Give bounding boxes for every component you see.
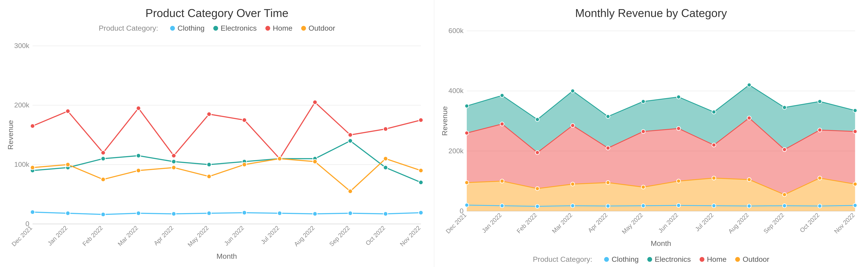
right-legend-prefix: Product Category: [533, 255, 592, 264]
svg-text:Apr 2022: Apr 2022 [153, 224, 175, 246]
svg-text:Feb 2022: Feb 2022 [516, 212, 538, 235]
svg-point-110 [606, 146, 610, 150]
left-legend-electronics-label: Electronics [221, 24, 257, 32]
svg-point-65 [242, 162, 247, 167]
outdoor-dot-right [735, 257, 740, 262]
svg-point-69 [383, 157, 388, 161]
svg-point-34 [419, 211, 423, 215]
svg-point-38 [136, 154, 141, 158]
svg-point-28 [207, 211, 211, 215]
svg-point-121 [571, 89, 575, 93]
svg-text:Aug 2022: Aug 2022 [293, 224, 316, 248]
left-legend-clothing: Clothing [170, 24, 205, 32]
svg-point-56 [348, 133, 352, 137]
svg-point-70 [419, 168, 423, 172]
svg-text:May 2022: May 2022 [186, 224, 210, 248]
svg-text:300k: 300k [14, 42, 30, 50]
left-chart-panel: Product Category Over Time Product Categ… [0, 0, 434, 267]
left-legend-outdoor-label: Outdoor [309, 24, 335, 32]
svg-point-115 [782, 148, 786, 152]
svg-point-118 [465, 104, 469, 108]
right-legend-outdoor-label: Outdoor [743, 255, 769, 264]
svg-text:Jun 2022: Jun 2022 [223, 224, 245, 247]
svg-point-53 [242, 118, 247, 122]
svg-text:Dec 2021: Dec 2021 [444, 212, 468, 235]
svg-point-96 [535, 187, 539, 190]
svg-point-55 [313, 100, 317, 104]
left-legend-home: Home [266, 24, 292, 32]
svg-point-127 [782, 105, 786, 109]
svg-point-24 [66, 211, 70, 215]
svg-point-124 [677, 95, 681, 99]
left-chart-svg-area: 0100k200k300kDec 2021Jan 2022Feb 2022Mar… [4, 39, 430, 264]
svg-point-101 [712, 176, 716, 180]
svg-point-100 [677, 179, 681, 183]
svg-text:200k: 200k [448, 147, 464, 155]
svg-point-140 [818, 204, 822, 208]
svg-point-107 [500, 122, 504, 126]
svg-text:Revenue: Revenue [6, 120, 14, 150]
svg-point-135 [641, 204, 645, 208]
svg-text:Nov 2022: Nov 2022 [399, 224, 422, 248]
svg-point-126 [747, 83, 751, 87]
svg-point-57 [383, 127, 388, 131]
svg-text:Oct 2022: Oct 2022 [798, 212, 820, 234]
left-line-chart: 0100k200k300kDec 2021Jan 2022Feb 2022Mar… [4, 39, 430, 264]
svg-point-102 [747, 178, 751, 182]
svg-text:600k: 600k [448, 27, 464, 34]
svg-point-60 [66, 162, 70, 167]
left-chart-legend: Product Category: Clothing Electronics H… [99, 24, 335, 32]
svg-text:Apr 2022: Apr 2022 [587, 212, 609, 234]
clothing-dot-left [170, 26, 175, 31]
svg-point-104 [818, 176, 822, 180]
svg-point-67 [313, 159, 317, 164]
svg-point-59 [30, 165, 35, 170]
svg-point-23 [30, 210, 35, 214]
home-dot-right [700, 257, 704, 262]
svg-point-136 [677, 204, 681, 208]
svg-point-131 [500, 204, 504, 208]
left-legend-clothing-label: Clothing [178, 24, 205, 32]
right-chart-svg-area: 0200k400k600kDec 2021Jan 2022Feb 2022Mar… [439, 24, 864, 251]
svg-text:Sep 2022: Sep 2022 [328, 224, 351, 248]
svg-point-105 [853, 182, 857, 186]
left-legend-prefix: Product Category: [99, 24, 158, 32]
svg-point-46 [419, 180, 423, 185]
svg-point-137 [712, 204, 716, 208]
svg-point-68 [348, 189, 352, 193]
svg-point-109 [571, 124, 575, 127]
svg-point-119 [500, 94, 504, 98]
svg-text:May 2022: May 2022 [620, 212, 644, 235]
clothing-dot-right [604, 257, 609, 262]
right-area-chart: 0200k400k600kDec 2021Jan 2022Feb 2022Mar… [439, 24, 864, 251]
svg-point-106 [465, 131, 469, 135]
svg-point-51 [172, 154, 176, 158]
home-dot-left [266, 26, 270, 31]
svg-point-122 [606, 114, 610, 118]
svg-point-134 [606, 204, 610, 208]
svg-point-103 [782, 193, 786, 196]
svg-point-123 [641, 100, 645, 104]
svg-point-114 [747, 116, 751, 120]
svg-text:Month: Month [217, 252, 237, 260]
right-legend-clothing: Clothing [604, 255, 639, 264]
svg-point-26 [136, 211, 141, 215]
svg-text:Jun 2022: Jun 2022 [657, 212, 679, 234]
svg-point-116 [818, 128, 822, 132]
right-legend-home: Home [700, 255, 727, 264]
svg-text:Mar 2022: Mar 2022 [551, 212, 574, 235]
svg-point-130 [465, 203, 469, 207]
svg-point-52 [207, 112, 211, 116]
svg-point-45 [383, 165, 388, 170]
svg-text:100k: 100k [14, 160, 30, 168]
left-chart-title: Product Category Over Time [145, 6, 288, 20]
svg-point-125 [712, 110, 716, 114]
left-legend-outdoor: Outdoor [301, 24, 335, 32]
svg-point-141 [853, 204, 857, 208]
svg-text:Jan 2022: Jan 2022 [46, 224, 69, 247]
svg-point-47 [30, 124, 35, 128]
svg-point-66 [278, 157, 282, 161]
dashboard: Product Category Over Time Product Categ… [0, 0, 868, 267]
right-legend-electronics-label: Electronics [655, 255, 691, 264]
svg-point-29 [242, 211, 247, 215]
